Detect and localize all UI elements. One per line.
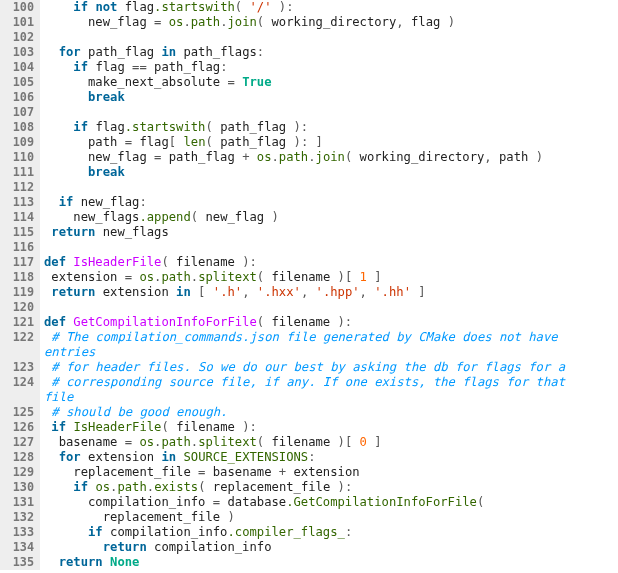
token: path	[279, 150, 308, 164]
line-number: 128	[0, 450, 34, 465]
token: len	[183, 135, 205, 149]
line-number: 118	[0, 270, 34, 285]
token: # The compilation_commands.json file gen…	[51, 330, 557, 344]
token	[44, 90, 88, 104]
token: file	[44, 390, 73, 404]
token: .GetCompilationInfoForFile	[286, 495, 477, 509]
token: extension	[95, 285, 176, 299]
token: exists	[154, 480, 198, 494]
code-line: def IsHeaderFile( filename ):	[44, 255, 618, 270]
token: break	[88, 90, 125, 104]
code-area: if not flag.startswith( '/' ): new_flag …	[40, 0, 618, 570]
code-line	[44, 240, 618, 255]
token: (	[191, 210, 206, 224]
code-line: return None	[44, 555, 618, 570]
code-line	[44, 30, 618, 45]
line-number: 115	[0, 225, 34, 240]
token	[44, 540, 103, 554]
line-number: 123	[0, 360, 34, 375]
token: os	[95, 480, 110, 494]
line-number: 113	[0, 195, 34, 210]
token: extension	[44, 270, 125, 284]
code-line: new_flag = os.path.join( working_directo…	[44, 15, 618, 30]
line-number: 106	[0, 90, 34, 105]
token: .	[272, 150, 279, 164]
line-number: 114	[0, 210, 34, 225]
line-number: 101	[0, 15, 34, 30]
token: path_flag	[169, 150, 242, 164]
token: database	[227, 495, 286, 509]
token: compilation_info	[147, 540, 272, 554]
token: new_flag	[44, 150, 154, 164]
line-number-gutter: 1001011021031041051061071081091101111121…	[0, 0, 40, 570]
token	[250, 285, 257, 299]
token: IsHeaderFile	[73, 420, 161, 434]
token: +	[242, 150, 257, 164]
token: ):	[338, 480, 353, 494]
token: # corresponding source file, if any. If …	[51, 375, 565, 389]
token: flag	[88, 120, 125, 134]
token: ==	[132, 60, 154, 74]
token: path_flags	[176, 45, 257, 59]
code-viewer: 1001011021031041051061071081091101111121…	[0, 0, 618, 570]
token: os	[139, 270, 154, 284]
token: extension	[294, 465, 360, 479]
token: compilation_info	[103, 525, 228, 539]
token: for	[59, 45, 81, 59]
line-number: 117	[0, 255, 34, 270]
token: if	[73, 60, 88, 74]
line-number: 112	[0, 180, 34, 195]
token: (	[161, 255, 176, 269]
token: ]	[367, 270, 382, 284]
token: (	[205, 120, 220, 134]
token: =	[154, 15, 169, 29]
token: 1	[360, 270, 367, 284]
code-line: entries	[44, 345, 618, 360]
line-number: 133	[0, 525, 34, 540]
token: )[	[338, 270, 360, 284]
token: splitext	[198, 270, 257, 284]
code-line: if compilation_info.compiler_flags_:	[44, 525, 618, 540]
token: if	[51, 420, 66, 434]
token: make_next_absolute	[44, 75, 227, 89]
token: if	[73, 480, 88, 494]
token: not	[95, 0, 117, 14]
token: path	[492, 150, 536, 164]
token: (	[257, 15, 272, 29]
line-number: 121	[0, 315, 34, 330]
token: )	[536, 150, 543, 164]
token: )[	[338, 435, 360, 449]
line-number: 103	[0, 45, 34, 60]
line-number: 102	[0, 30, 34, 45]
token: path_flag	[220, 135, 286, 149]
token: entries	[44, 345, 95, 359]
token: (	[345, 150, 360, 164]
token: .startswith	[154, 0, 235, 14]
token: filename	[271, 315, 337, 329]
token: GetCompilationInfoForFile	[73, 315, 256, 329]
token: extension	[81, 450, 162, 464]
code-line: if not flag.startswith( '/' ):	[44, 0, 618, 15]
token: path	[161, 435, 190, 449]
token: :	[139, 195, 146, 209]
token: :	[308, 450, 315, 464]
token: .append	[139, 210, 190, 224]
code-line: replacement_file = basename + extension	[44, 465, 618, 480]
line-number: 125	[0, 405, 34, 420]
line-number: 116	[0, 240, 34, 255]
code-line: for extension in SOURCE_EXTENSIONS:	[44, 450, 618, 465]
token: =	[125, 270, 140, 284]
token: in	[161, 45, 176, 59]
token: )	[272, 210, 279, 224]
code-line: return extension in [ '.h', '.hxx', '.hp…	[44, 285, 618, 300]
token: path_flag	[81, 45, 162, 59]
token: '/'	[250, 0, 272, 14]
token: .compiler_flags_	[227, 525, 344, 539]
token: def	[44, 315, 66, 329]
token: '.h'	[213, 285, 242, 299]
token: =	[213, 495, 228, 509]
token: ):	[286, 120, 308, 134]
token	[44, 525, 88, 539]
token: join	[227, 15, 256, 29]
token: new_flag	[73, 195, 139, 209]
